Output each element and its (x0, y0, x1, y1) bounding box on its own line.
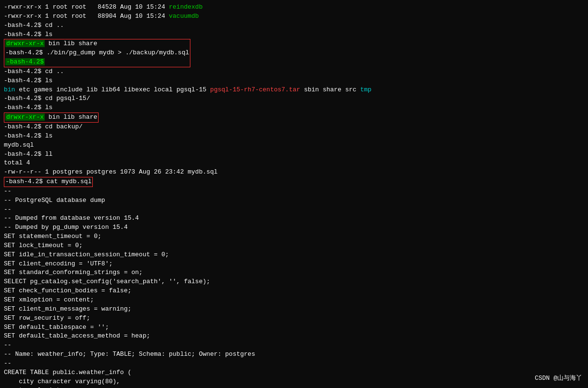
box-1: drwxr-xr-x bin lib share -bash-4.2$ ./bi… (4, 39, 190, 67)
line-7: -bash-4.2$ (5, 58, 189, 67)
line-31: SET client_encoding = 'UTF8'; (4, 260, 584, 269)
line-10: bin etc games include lib lib64 libexec … (4, 86, 584, 95)
line-13: drwxr-xr-x bin lib share (5, 113, 97, 122)
line-14: -bash-4.2$ cd backup/ (4, 123, 584, 132)
line-6: -bash-4.2$ ./bin/pg_dump mydb > ./backup… (5, 49, 189, 58)
line-48: city character varying(80), (4, 377, 584, 387)
line-26: -- Dumped by pg_dump version 15.4 (4, 223, 584, 232)
line-1: -rwxr-xr-x 1 root root 84528 Aug 10 15:2… (4, 3, 584, 12)
line-47: CREATE TABLE public.weather_info ( (4, 368, 584, 377)
line-19: -rw-r--r-- 1 postgres postgres 1073 Aug … (4, 168, 584, 177)
line-35: SET xmloption = content; (4, 296, 584, 305)
line-11: -bash-4.2$ cd pgsql-15/ (4, 94, 584, 103)
line-3: -bash-4.2$ cd .. (4, 21, 584, 30)
terminal: -rwxr-xr-x 1 root root 84528 Aug 10 15:2… (0, 0, 588, 388)
line-34: SET check_function_bodies = false; (4, 287, 584, 296)
line-18: total 4 (4, 159, 584, 168)
line-2: -rwxr-xr-x 1 root root 88904 Aug 10 15:2… (4, 12, 584, 21)
line-44: -- Name: weather_info; Type: TABLE; Sche… (4, 350, 584, 359)
line-23: -- (4, 205, 584, 214)
line-39: SET default_tablespace = ''; (4, 323, 584, 332)
box-2: drwxr-xr-x bin lib share (4, 113, 99, 123)
watermark: CSDN @山与海丫 (535, 374, 582, 383)
line-45: -- (4, 359, 584, 368)
line-22: -- PostgreSQL database dump (4, 196, 584, 205)
line-8: -bash-4.2$ cd .. (4, 67, 584, 76)
line-43: -- (4, 341, 584, 350)
line-37: SET row_security = off; (4, 314, 584, 323)
line-21: -- (4, 187, 584, 196)
line-5: drwxr-xr-x bin lib share (5, 39, 189, 49)
line-4: -bash-4.2$ ls (4, 30, 584, 39)
line-12: -bash-4.2$ ls (4, 103, 584, 113)
line-9: -bash-4.2$ ls (4, 76, 584, 86)
line-41: SET default_table_access_method = heap; (4, 332, 584, 341)
line-49: temp_lo integer, (4, 386, 584, 388)
line-20: -bash-4.2$ cat mydb.sql (5, 177, 91, 187)
box-cmd: -bash-4.2$ cat mydb.sql (4, 177, 93, 187)
line-16: mydb.sql (4, 141, 584, 150)
line-33: SELECT pg_catalog.set_config('search_pat… (4, 277, 584, 287)
line-28: SET statement_timeout = 0; (4, 232, 584, 241)
line-32: SET standard_conforming_strings = on; (4, 268, 584, 277)
line-17: -bash-4.2$ ll (4, 150, 584, 159)
line-29: SET lock_timeout = 0; (4, 241, 584, 250)
line-36: SET client_min_messages = warning; (4, 305, 584, 314)
line-15: -bash-4.2$ ls (4, 132, 584, 141)
line-25: -- Dumped from database version 15.4 (4, 214, 584, 223)
line-30: SET idle_in_transaction_session_timeout … (4, 250, 584, 260)
